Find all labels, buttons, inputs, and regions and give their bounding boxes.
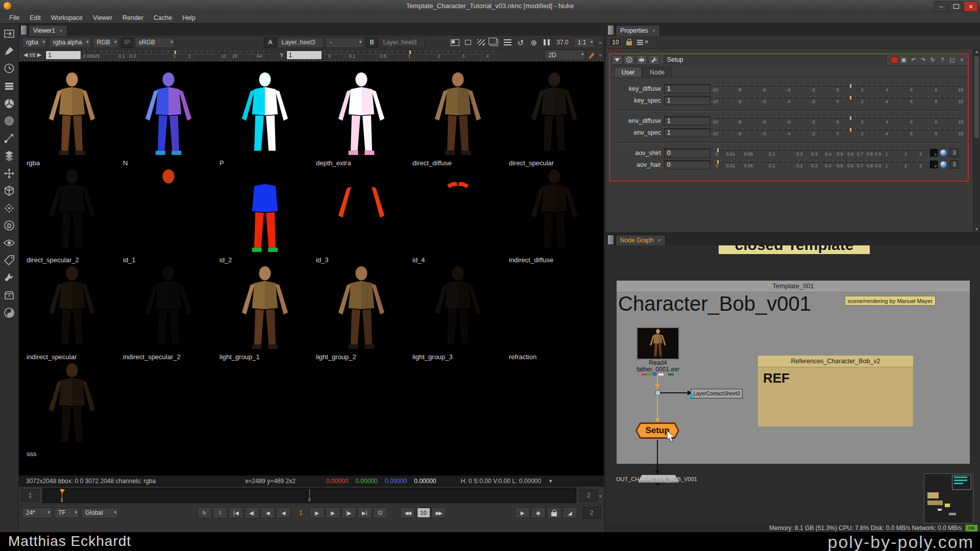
color-swatch-icon[interactable] xyxy=(930,161,938,168)
key_diffuse-input[interactable]: 1 xyxy=(664,84,710,93)
cube-3d-icon[interactable] xyxy=(2,184,16,198)
other-icon[interactable] xyxy=(2,288,16,303)
a-buffer-value[interactable]: Layer..heet3 xyxy=(278,37,324,48)
node-color-swatch[interactable] xyxy=(891,57,898,63)
channel-count-button[interactable]: 3 xyxy=(950,148,959,157)
frame-increment-input[interactable]: 10 xyxy=(417,508,430,518)
draw-icon[interactable] xyxy=(2,44,16,58)
properties-scrollbar[interactable]: ▲ ▼ xyxy=(973,49,980,232)
timecode-dropdown[interactable]: TF▾ xyxy=(54,508,79,518)
merge-icon[interactable] xyxy=(2,148,16,163)
backdrop-header-label[interactable]: Template_001 xyxy=(617,281,970,292)
undo-icon[interactable]: ↶ xyxy=(909,56,918,64)
format-icon[interactable] xyxy=(463,38,473,47)
current-frame[interactable]: 1 xyxy=(299,509,303,516)
ab-blend-dropdown[interactable]: -▾ xyxy=(326,37,363,48)
minimize-button[interactable]: – xyxy=(934,1,948,12)
channel-icon[interactable] xyxy=(2,79,16,93)
info-dropdown-icon[interactable]: ▼ xyxy=(548,479,553,484)
maximize-button[interactable] xyxy=(949,1,963,12)
help-icon[interactable]: ? xyxy=(938,56,947,64)
lock-range-button[interactable] xyxy=(547,507,561,518)
frame-range-dropdown[interactable]: Global▾ xyxy=(81,508,118,518)
aov_shirt-input[interactable]: 0 xyxy=(664,148,710,158)
particles-icon[interactable] xyxy=(2,201,16,215)
node-links-icon[interactable] xyxy=(636,55,647,65)
key_spec-slider[interactable]: -10-8-6-4-20246810 xyxy=(715,96,961,105)
timeline-chevron-icon[interactable]: » xyxy=(598,494,604,496)
collapse-chevron-icon[interactable]: » xyxy=(599,52,601,58)
metadata-icon[interactable] xyxy=(2,253,16,267)
color-icon[interactable] xyxy=(2,96,16,111)
menu-render[interactable]: Render xyxy=(117,14,149,21)
deep-icon[interactable]: D xyxy=(2,218,16,233)
filter-icon[interactable] xyxy=(2,114,16,128)
menu-help[interactable]: Help xyxy=(177,14,201,21)
env_spec-slider[interactable]: -10-8-6-4-20246810 xyxy=(715,128,961,137)
flipbook-icon[interactable]: ▶ xyxy=(515,507,530,518)
channel-rows-icon[interactable] xyxy=(502,38,512,47)
menu-workspace[interactable]: Workspace xyxy=(46,14,88,21)
node-graph-minimap[interactable] xyxy=(924,473,973,523)
transform-icon[interactable] xyxy=(2,166,16,181)
play-backward-button[interactable]: ◀ xyxy=(276,507,291,518)
next-keyframe-button[interactable]: |▶ xyxy=(341,507,356,518)
timeline-strip[interactable]: 1 1 2 xyxy=(42,488,576,503)
monitor-out-icon[interactable] xyxy=(450,38,460,47)
wipe-icon[interactable] xyxy=(476,38,486,47)
channel-count-button[interactable]: 3 xyxy=(950,160,959,169)
gain-input[interactable]: 1 xyxy=(45,51,81,60)
target-icon[interactable]: ⊕ xyxy=(529,38,539,47)
color-wheel-icon[interactable] xyxy=(940,149,947,156)
gamma-input[interactable]: 1 xyxy=(286,51,322,60)
frame-inc-button[interactable]: ▶▶ xyxy=(431,507,446,518)
goto-last-button[interactable]: ▶| xyxy=(357,507,372,518)
input-process-toggle[interactable]: IP xyxy=(121,37,133,48)
pause-icon[interactable] xyxy=(542,38,552,47)
keyer-icon[interactable] xyxy=(2,131,16,145)
float-icon[interactable]: ◱ xyxy=(948,56,957,64)
pane-grip[interactable] xyxy=(607,235,614,245)
fps-dropdown[interactable]: 24*▾ xyxy=(22,508,52,518)
gamma-slider[interactable]: 00.10.51234 xyxy=(325,51,498,60)
key_spec-input[interactable]: 1 xyxy=(664,96,710,105)
color-swatch-icon[interactable] xyxy=(930,149,938,157)
tab-viewer1[interactable]: Viewer1 × xyxy=(29,25,67,36)
aperture-prev-icon[interactable]: ◀ xyxy=(23,52,28,58)
gain-slider[interactable]: 0.006250.10.212102064 xyxy=(84,51,273,60)
menu-file[interactable]: File xyxy=(4,14,24,21)
in-point-button[interactable]: I xyxy=(213,507,228,518)
tab-properties[interactable]: Properties × xyxy=(616,25,660,36)
tab-close-icon[interactable]: × xyxy=(59,28,62,34)
a-buffer-label[interactable]: A xyxy=(264,37,276,48)
redo-icon[interactable]: ↷ xyxy=(919,56,927,64)
menu-cache[interactable]: Cache xyxy=(149,14,177,21)
step-back-button[interactable]: ◀ xyxy=(260,507,275,518)
display-channel-dropdown[interactable]: RGB▾ xyxy=(93,37,119,48)
plugins-icon[interactable] xyxy=(2,306,16,320)
step-forward-button[interactable]: ▶ xyxy=(326,507,340,518)
tab-close-icon[interactable]: × xyxy=(657,237,660,243)
center-node-icon[interactable] xyxy=(624,55,635,65)
wrench-icon[interactable] xyxy=(648,55,659,65)
tab-user[interactable]: User xyxy=(614,67,642,77)
range-start-input[interactable]: 1 xyxy=(21,489,39,502)
env_spec-input[interactable]: 1 xyxy=(664,128,710,137)
env_diffuse-slider[interactable]: -10-8-6-4-20246810 xyxy=(715,116,961,126)
brush-icon[interactable] xyxy=(587,51,597,59)
node-name-field[interactable]: Setup xyxy=(664,55,887,64)
time-icon[interactable] xyxy=(2,61,16,76)
play-forward-button[interactable]: ▶ xyxy=(310,507,325,518)
max-panels-input[interactable]: 10 xyxy=(609,37,622,47)
pixel-aspect-dropdown[interactable]: 1:1▾ xyxy=(574,37,595,48)
playhead[interactable]: 1 1 xyxy=(60,488,64,503)
viewer-image-area[interactable]: rgbaNPdepth_extradirect_diffusedirect_sp… xyxy=(19,61,604,475)
range-end-input[interactable]: 2 xyxy=(579,489,598,502)
pane-grip[interactable] xyxy=(20,25,27,35)
prev-keyframe-button[interactable]: ◀| xyxy=(244,507,259,518)
b-buffer-label[interactable]: B xyxy=(365,37,378,48)
ramp-icon[interactable]: ◢ xyxy=(562,507,577,518)
close-icon[interactable]: × xyxy=(958,56,966,64)
backdrop-references[interactable]: References_Character_Bob_v2 REF xyxy=(758,356,913,427)
stack-icon[interactable] xyxy=(489,38,500,47)
